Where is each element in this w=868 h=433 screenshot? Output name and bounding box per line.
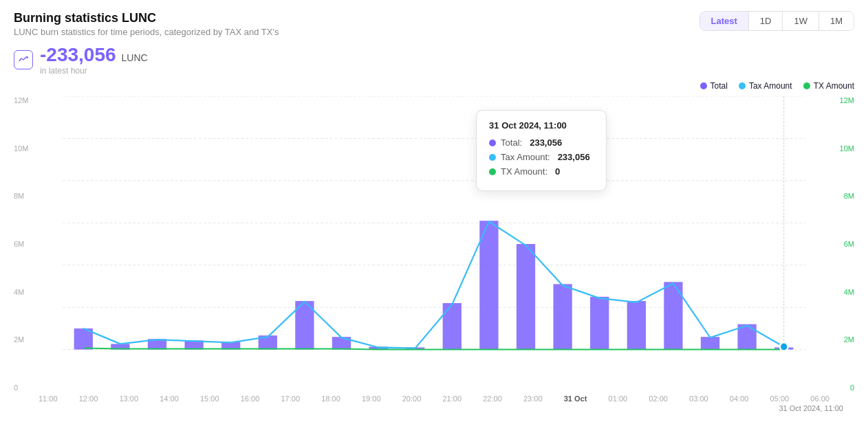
stat-value: -233,056	[40, 44, 116, 66]
svg-rect-21	[590, 297, 609, 350]
svg-rect-17	[443, 303, 462, 350]
chart-area: Total Tax Amount TX Amount 12M 10M 8M 6M…	[14, 81, 854, 412]
x-label-01: 01:00	[609, 395, 628, 403]
svg-rect-22	[627, 301, 646, 350]
x-label-16: 16:00	[241, 395, 260, 403]
x-label-04: 04:00	[730, 395, 749, 403]
legend-tax: Tax Amount	[739, 81, 792, 91]
stat-row: -233,056 LUNC in latest hour	[14, 44, 854, 76]
stat-icon	[14, 50, 33, 69]
page: Burning statistics LUNC LUNC burn statis…	[0, 0, 868, 433]
stat-label: in latest hour	[40, 66, 148, 76]
time-btn-latest[interactable]: Latest	[700, 12, 749, 30]
legend-total: Total	[700, 81, 728, 91]
x-label-14: 14:00	[160, 395, 179, 403]
x-label-31oct: 31 Oct	[564, 395, 587, 403]
svg-rect-18	[479, 221, 498, 349]
legend: Total Tax Amount TX Amount	[14, 81, 854, 91]
legend-dot-tax	[739, 82, 746, 89]
time-btn-1w[interactable]: 1W	[783, 12, 819, 30]
x-label-22: 22:00	[483, 395, 502, 403]
legend-label-total: Total	[710, 81, 728, 91]
x-label-18: 18:00	[321, 395, 340, 403]
time-btn-1m[interactable]: 1M	[819, 12, 854, 30]
footer-label: 31 Oct 2024, 11:00	[14, 404, 854, 412]
legend-dot-total	[700, 82, 707, 89]
x-label-13: 13:00	[120, 395, 139, 403]
svg-rect-19	[517, 244, 535, 350]
legend-label-tx: TX Amount	[814, 81, 854, 91]
x-label-12: 12:00	[79, 395, 98, 403]
x-label-02: 02:00	[649, 395, 668, 403]
x-label-20: 20:00	[402, 395, 422, 403]
x-axis-labels: 11:00 12:00 13:00 14:00 15:00 16:00 17:0…	[14, 392, 854, 403]
svg-rect-20	[553, 284, 572, 349]
x-label-23: 23:00	[523, 395, 543, 403]
time-buttons: Latest 1D 1W 1M	[699, 11, 854, 31]
x-label-19: 19:00	[362, 395, 381, 403]
legend-label-tax: Tax Amount	[749, 81, 792, 91]
x-label-15: 15:00	[200, 395, 219, 403]
stat-unit: LUNC	[122, 52, 148, 63]
legend-tx: TX Amount	[803, 81, 854, 91]
chart-wrapper: 12M 10M 8M 6M 4M 2M 0 12M 10M 8M 6M 4M 2…	[14, 96, 854, 392]
chart-svg	[14, 96, 854, 392]
x-label-03: 03:00	[689, 395, 708, 403]
svg-point-28	[780, 342, 788, 351]
x-label-17: 17:00	[281, 395, 301, 403]
x-label-11: 11:00	[39, 395, 58, 403]
x-label-06: 06:00	[810, 395, 829, 403]
legend-dot-tx	[803, 82, 810, 89]
x-label-05: 05:00	[770, 395, 790, 403]
time-btn-1d[interactable]: 1D	[749, 12, 783, 30]
x-label-21: 21:00	[443, 395, 462, 403]
svg-rect-24	[701, 337, 719, 349]
